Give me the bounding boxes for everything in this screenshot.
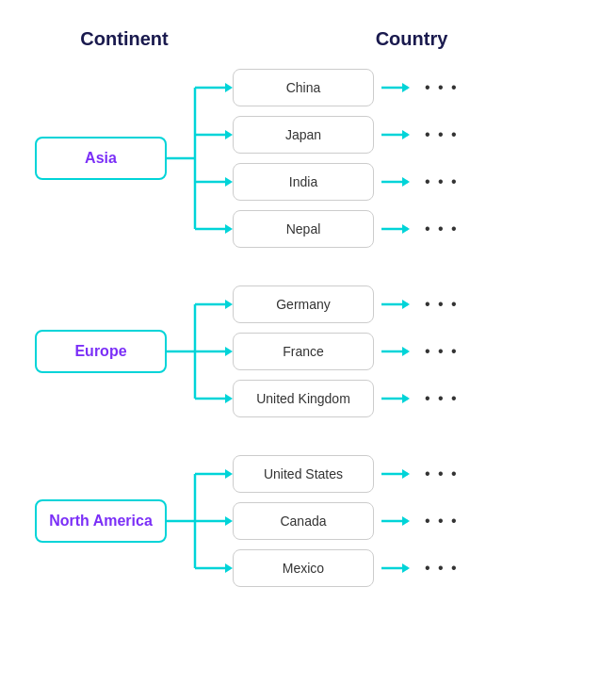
country-arrow-svg [381, 220, 417, 238]
country-row: Canada• • • [233, 502, 459, 540]
svg-marker-15 [402, 177, 410, 187]
country-box: Nepal [233, 210, 374, 248]
svg-marker-13 [402, 130, 410, 139]
svg-marker-29 [402, 347, 410, 356]
country-box: United Kingdom [233, 380, 374, 417]
diagram: AsiaChina• • •Japan• • •India• • •Nepal•… [35, 69, 581, 587]
country-box: France [233, 333, 374, 370]
group-north-america: North AmericaUnited States• • •Canada• •… [35, 455, 581, 587]
svg-marker-43 [402, 516, 410, 526]
svg-marker-25 [225, 394, 233, 403]
svg-marker-27 [402, 300, 410, 309]
dots-label: • • • [425, 343, 459, 360]
svg-marker-11 [402, 83, 410, 92]
country-row: United Kingdom• • • [233, 380, 459, 417]
header-country: Country [214, 28, 581, 50]
country-row: Germany• • • [233, 285, 459, 323]
header-continent: Continent [35, 28, 214, 50]
svg-marker-39 [225, 563, 233, 573]
country-box: Mexico [233, 549, 374, 587]
country-arrow-svg [381, 465, 417, 483]
country-arrow-svg [381, 295, 417, 314]
country-row: China• • • [233, 69, 459, 106]
country-row: Nepal• • • [233, 210, 459, 248]
country-arrow-svg [381, 389, 417, 408]
svg-marker-45 [402, 563, 410, 573]
svg-marker-41 [402, 469, 410, 479]
dots-label: • • • [425, 79, 459, 96]
country-row: France• • • [233, 333, 459, 370]
dots-label: • • • [425, 465, 459, 482]
country-arrow-svg [381, 78, 417, 97]
country-box: Japan [233, 116, 374, 154]
connector-svg-north-america [167, 455, 233, 587]
country-box: United States [233, 455, 374, 493]
country-box: India [233, 163, 374, 201]
svg-marker-7 [225, 177, 233, 187]
svg-marker-9 [225, 224, 233, 234]
dots-label: • • • [425, 513, 459, 530]
group-europe: EuropeGermany• • •France• • •United King… [35, 285, 581, 417]
country-box: Canada [233, 502, 374, 540]
dots-label: • • • [425, 126, 459, 143]
country-row: Mexico• • • [233, 549, 459, 587]
svg-marker-3 [225, 83, 233, 92]
connector-svg-asia [167, 69, 233, 248]
country-arrow-svg [381, 512, 417, 530]
continent-asia: Asia [35, 137, 167, 180]
country-box: Germany [233, 285, 374, 323]
country-box: China [233, 69, 374, 106]
svg-marker-5 [225, 130, 233, 139]
dots-label: • • • [425, 173, 459, 190]
country-arrow-svg [381, 559, 417, 578]
continent-north-america: North America [35, 499, 167, 543]
country-row: United States• • • [233, 455, 459, 493]
country-arrow-svg [381, 125, 417, 144]
group-asia: AsiaChina• • •Japan• • •India• • •Nepal•… [35, 69, 581, 248]
svg-marker-35 [225, 469, 233, 479]
svg-marker-37 [225, 516, 233, 526]
dots-label: • • • [425, 220, 459, 237]
svg-marker-21 [225, 300, 233, 309]
svg-marker-31 [402, 394, 410, 403]
country-arrow-svg [381, 342, 417, 361]
dots-label: • • • [425, 296, 459, 313]
countries-col-asia: China• • •Japan• • •India• • •Nepal• • • [233, 69, 459, 248]
svg-marker-23 [225, 347, 233, 356]
svg-marker-17 [402, 224, 410, 234]
country-row: India• • • [233, 163, 459, 201]
countries-col-europe: Germany• • •France• • •United Kingdom• •… [233, 285, 459, 417]
dots-label: • • • [425, 560, 459, 577]
connector-svg-europe [167, 285, 233, 417]
dots-label: • • • [425, 390, 459, 407]
country-arrow-svg [381, 172, 417, 191]
continent-europe: Europe [35, 330, 167, 373]
country-row: Japan• • • [233, 116, 459, 154]
countries-col-north-america: United States• • •Canada• • •Mexico• • • [233, 455, 459, 587]
